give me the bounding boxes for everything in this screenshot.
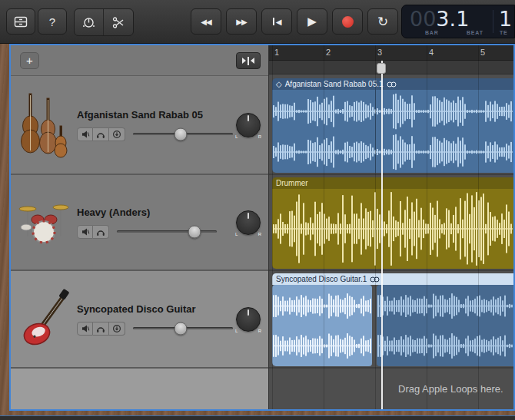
rewind-button[interactable]: ◀◀	[191, 8, 221, 35]
region-waveform-area	[272, 90, 513, 173]
mute-button[interactable]	[77, 225, 93, 239]
knob-dial-icon	[82, 16, 95, 29]
region-header: Syncopated Disco Guitar.1	[272, 273, 513, 285]
region-label: Syncopated Disco Guitar.1	[276, 275, 367, 283]
add-track-button[interactable]: +	[20, 52, 39, 69]
playhead-handle[interactable]	[377, 63, 386, 74]
track-name: Afganistan Sand Rabab 05	[77, 109, 233, 121]
solo-button[interactable]	[93, 322, 109, 336]
pan-knob[interactable]: L R	[236, 210, 261, 235]
pan-knob[interactable]: L R	[236, 307, 261, 332]
region-waveform-area	[272, 189, 513, 269]
knob-indicator	[248, 213, 249, 219]
loop-segment-selected[interactable]	[272, 285, 372, 366]
track-name: Heavy (Anders)	[77, 207, 217, 218]
volume-slider-thumb[interactable]	[188, 225, 201, 238]
mute-button[interactable]	[77, 127, 93, 141]
playhead[interactable]	[381, 61, 383, 409]
cycle-icon: ↻	[377, 14, 388, 30]
play-button[interactable]: ▶	[297, 8, 327, 35]
mute-button[interactable]	[77, 322, 93, 336]
region-syncopated-disco-guitar[interactable]: Syncopated Disco Guitar.1	[272, 273, 513, 366]
region-drummer[interactable]: Drummer	[272, 177, 513, 269]
help-icon: ?	[49, 15, 55, 28]
lcd-beat-value: 1	[456, 5, 469, 33]
input-monitor-button[interactable]	[109, 127, 125, 141]
lcd-display[interactable]: 003.1 BAR BEAT 1 TE	[401, 5, 515, 38]
input-monitor-icon	[112, 130, 121, 139]
headphones-icon	[96, 130, 105, 139]
volume-slider-thumb[interactable]	[174, 127, 188, 141]
lcd-ghost-digits: 00	[410, 5, 436, 33]
timeline: 1 2 3 4 5 ◇ Afganistan Sand Rabab 05.1	[268, 45, 513, 409]
region-label: Afganistan Sand Rabab 05.1	[285, 80, 384, 88]
lcd-divider	[493, 10, 493, 33]
ruler-bar-number: 4	[429, 48, 434, 57]
lcd-beat-label: BEAT	[467, 30, 483, 35]
bar-gridline	[272, 45, 273, 409]
volume-slider[interactable]	[117, 230, 217, 233]
ruler-bar-number: 5	[480, 48, 485, 57]
headphones-icon	[96, 324, 105, 333]
record-button[interactable]	[332, 8, 363, 35]
view-toggle-group	[74, 8, 134, 36]
catch-playhead-button[interactable]	[236, 52, 261, 69]
waveform	[377, 285, 513, 366]
knob-indicator	[248, 115, 249, 121]
pan-left-label: L	[235, 134, 238, 139]
lcd-bar-value: 3	[436, 5, 449, 33]
row-separator	[269, 270, 513, 271]
volume-slider[interactable]	[133, 133, 233, 135]
forward-button[interactable]: ▶▶	[226, 8, 257, 35]
play-icon: ▶	[307, 15, 317, 28]
loop-segment[interactable]	[377, 285, 513, 366]
pan-right-label: R	[258, 329, 261, 333]
scissors-icon	[112, 16, 125, 29]
bar-gridline	[324, 45, 324, 409]
bar-ruler[interactable]: 1 2 3 4 5	[269, 45, 513, 61]
track-row-syncopated-disco-guitar[interactable]: Syncopated Disco Guitar	[11, 271, 268, 369]
library-button[interactable]	[6, 8, 35, 35]
stereo-icon	[387, 81, 397, 88]
pan-left-label: L	[235, 232, 238, 236]
track-header-toolbar: +	[11, 45, 268, 76]
forward-icon: ▶▶	[236, 18, 246, 26]
arrange-window: +	[9, 44, 515, 411]
solo-button[interactable]	[93, 127, 109, 141]
empty-track-header-area	[11, 369, 268, 409]
drums-instrument-image	[18, 200, 69, 246]
beginning-bar-icon	[273, 18, 274, 25]
rewind-icon: ◀◀	[201, 18, 211, 26]
bar-gridline	[375, 45, 376, 409]
pan-right-label: R	[258, 232, 261, 236]
editor-button[interactable]	[104, 9, 133, 35]
track-art-guitar	[15, 283, 72, 356]
volume-slider-thumb[interactable]	[174, 322, 188, 335]
go-to-beginning-button[interactable]: ◀	[261, 8, 292, 35]
bottom-window-edge	[0, 415, 515, 420]
headphones-icon	[96, 227, 105, 236]
input-monitor-button[interactable]	[109, 322, 125, 336]
track-row-heavy-anders[interactable]: Heavy (Anders)	[11, 175, 268, 271]
ruler-bar-number: 2	[326, 48, 331, 57]
row-separator	[269, 174, 513, 175]
quick-help-button[interactable]: ?	[38, 8, 67, 35]
cycle-button[interactable]: ↻	[367, 8, 398, 35]
track-row-afganistan[interactable]: Afganistan Sand Rabab 05	[11, 76, 268, 175]
waveform	[272, 189, 513, 269]
speaker-icon	[81, 324, 90, 333]
solo-button[interactable]	[93, 225, 109, 239]
input-monitor-icon	[112, 324, 121, 333]
region-afganistan-sand-rabab[interactable]: ◇ Afganistan Sand Rabab 05.1	[272, 78, 513, 173]
record-icon	[342, 16, 354, 28]
cycle-range-strip[interactable]	[269, 61, 513, 74]
track-name: Syncopated Disco Guitar	[77, 303, 233, 315]
drop-hint-text: Drag Apple Loops here.	[398, 383, 503, 395]
pan-knob[interactable]: L R	[236, 113, 261, 137]
lcd-separator: .	[450, 5, 457, 33]
catch-line-icon	[248, 57, 249, 65]
smart-controls-button[interactable]	[75, 9, 104, 35]
volume-slider[interactable]	[133, 327, 233, 329]
ruler-bar-number: 3	[377, 48, 382, 57]
ruler-bar-number: 1	[274, 48, 279, 57]
